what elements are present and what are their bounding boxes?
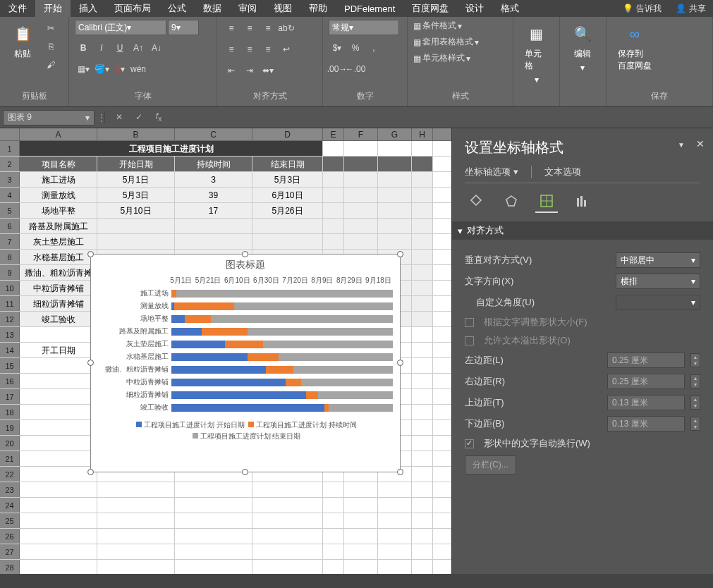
col-header-f[interactable]: F <box>344 128 378 140</box>
tab-data[interactable]: 数据 <box>195 0 230 18</box>
chart-handle[interactable] <box>397 360 403 366</box>
italic-button[interactable]: I <box>93 39 110 56</box>
chart-title[interactable]: 图表标题 <box>91 255 400 276</box>
increase-decimal-button[interactable]: .00→ <box>329 61 346 78</box>
columns-button[interactable]: 分栏(C)... <box>465 455 516 474</box>
cell[interactable] <box>252 560 323 574</box>
cell[interactable] <box>97 219 175 233</box>
phonetic-button[interactable]: wén <box>130 61 147 78</box>
text-options-tab[interactable]: 文本选项 <box>544 166 581 178</box>
copy-button[interactable]: ⎘ <box>42 38 59 55</box>
tab-design[interactable]: 设计 <box>457 0 492 18</box>
row-header[interactable]: 28 <box>0 560 20 574</box>
col-header-c[interactable]: C <box>175 128 252 140</box>
left-margin-input[interactable] <box>607 353 685 368</box>
wrap-text-checkbox[interactable] <box>465 439 474 448</box>
cell[interactable]: 6月10日 <box>252 188 323 202</box>
worksheet[interactable]: A B C D E F G H 1工程项目施工进度计划2项目名称开始日期持续时间… <box>0 128 451 574</box>
cell[interactable] <box>323 529 344 544</box>
cell[interactable] <box>412 265 433 280</box>
cell[interactable] <box>412 312 433 326</box>
row-header[interactable]: 8 <box>0 250 20 264</box>
spinner[interactable]: ▲▼ <box>690 374 700 388</box>
cell[interactable] <box>175 498 252 513</box>
cell[interactable] <box>344 234 378 249</box>
cell[interactable] <box>378 203 412 218</box>
cell[interactable] <box>344 513 378 528</box>
chart-x-axis[interactable]: 5月1日5月21日6月10日6月30日7月20日8月9日8月29日9月18日 <box>91 276 400 286</box>
cell[interactable] <box>378 482 412 497</box>
indent-decrease-button[interactable]: ⇤ <box>223 62 240 79</box>
col-header-d[interactable]: D <box>252 128 323 140</box>
cell[interactable] <box>20 467 97 482</box>
chart-handle[interactable] <box>87 251 94 257</box>
format-painter-button[interactable]: 🖌 <box>42 56 59 73</box>
percent-button[interactable]: % <box>347 39 364 56</box>
pane-options-button[interactable]: ▼ <box>678 141 685 149</box>
col-header-h[interactable]: H <box>412 128 433 140</box>
cell[interactable]: 场地平整 <box>20 203 97 218</box>
cell[interactable] <box>323 513 344 528</box>
cell[interactable] <box>344 529 378 544</box>
align-right-button[interactable]: ≡ <box>260 41 276 58</box>
cell[interactable] <box>412 482 433 497</box>
cell[interactable] <box>412 467 433 482</box>
spinner[interactable]: ▲▼ <box>690 353 700 367</box>
cell[interactable] <box>323 219 344 233</box>
cell[interactable] <box>412 250 433 264</box>
cell[interactable] <box>378 172 412 187</box>
cell[interactable]: 施工进场 <box>20 172 97 187</box>
cell[interactable]: 路基及附属施工 <box>20 219 97 233</box>
row-header[interactable]: 26 <box>0 529 20 544</box>
tab-insert[interactable]: 插入 <box>71 0 106 18</box>
cell[interactable] <box>344 544 378 559</box>
row-header[interactable]: 21 <box>0 451 20 466</box>
font-shrink-button[interactable]: A↓ <box>148 39 165 56</box>
cell[interactable] <box>97 498 175 513</box>
cell[interactable] <box>378 513 412 528</box>
chart-handle[interactable] <box>87 360 94 366</box>
cell[interactable]: 5月3日 <box>97 188 175 202</box>
row-header[interactable]: 7 <box>0 234 20 249</box>
cell[interactable] <box>20 529 97 544</box>
cut-button[interactable]: ✂ <box>42 20 59 37</box>
cell[interactable]: 3 <box>175 172 252 187</box>
wrap-text-button[interactable]: ↩ <box>278 41 295 58</box>
cell[interactable]: 撒油、粗粒沥青摊 <box>20 265 97 280</box>
currency-button[interactable]: $▾ <box>329 39 346 56</box>
underline-button[interactable]: U <box>111 39 128 56</box>
cell[interactable] <box>97 560 175 574</box>
cell[interactable] <box>378 560 412 574</box>
cell[interactable]: 水稳基层施工 <box>20 250 97 264</box>
cell[interactable] <box>412 498 433 513</box>
chart-handle[interactable] <box>397 469 403 475</box>
fill-icon[interactable] <box>465 190 487 213</box>
axis-options-icon[interactable] <box>571 190 593 213</box>
cancel-formula-button[interactable]: ✕ <box>112 112 126 122</box>
cell[interactable] <box>323 157 344 171</box>
cell[interactable] <box>20 560 97 574</box>
row-header[interactable]: 23 <box>0 482 20 497</box>
tell-me[interactable]: 💡 告诉我 <box>616 3 669 15</box>
cell[interactable] <box>323 482 344 497</box>
pane-close-button[interactable]: ✕ <box>696 138 705 149</box>
cell[interactable] <box>412 420 433 435</box>
row-header[interactable]: 25 <box>0 513 20 528</box>
tab-view[interactable]: 视图 <box>265 0 300 18</box>
font-grow-button[interactable]: A↑ <box>130 39 147 56</box>
top-margin-input[interactable] <box>607 395 685 410</box>
cell[interactable] <box>412 560 433 574</box>
row-header[interactable]: 13 <box>0 327 20 342</box>
align-middle-button[interactable]: ≡ <box>241 20 258 37</box>
custom-angle-input[interactable]: ▾ <box>616 295 700 310</box>
row-header[interactable]: 4 <box>0 188 20 202</box>
indent-increase-button[interactable]: ⇥ <box>241 62 258 79</box>
tab-help[interactable]: 帮助 <box>300 0 336 18</box>
cell[interactable] <box>20 374 97 388</box>
cell[interactable] <box>378 219 412 233</box>
spinner[interactable]: ▲▼ <box>690 396 700 410</box>
row-header[interactable]: 24 <box>0 498 20 513</box>
cell[interactable] <box>344 219 378 233</box>
cell[interactable] <box>378 157 412 171</box>
number-format-combo[interactable]: 常规 ▾ <box>329 20 399 35</box>
